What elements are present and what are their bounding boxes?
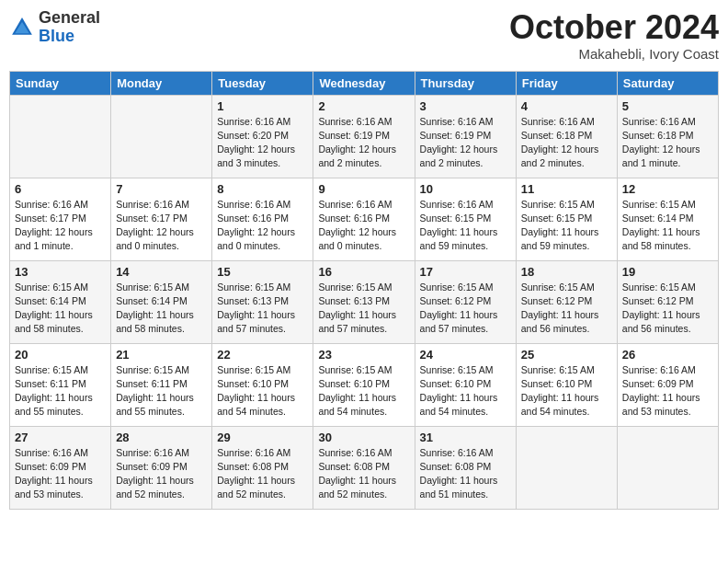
calendar-cell: 11Sunrise: 6:15 AMSunset: 6:15 PMDayligh… bbox=[516, 178, 617, 260]
day-info: Sunrise: 6:15 AMSunset: 6:10 PMDaylight:… bbox=[521, 363, 612, 419]
day-info-line: Sunset: 6:11 PM bbox=[116, 378, 188, 389]
day-info-line: Daylight: 11 hours bbox=[15, 392, 93, 403]
day-number: 1 bbox=[217, 99, 308, 113]
calendar-cell: 20Sunrise: 6:15 AMSunset: 6:11 PMDayligh… bbox=[10, 343, 111, 426]
day-info-line: Sunset: 6:16 PM bbox=[217, 213, 289, 224]
day-info: Sunrise: 6:15 AMSunset: 6:12 PMDaylight:… bbox=[521, 281, 612, 337]
calendar-cell: 21Sunrise: 6:15 AMSunset: 6:11 PMDayligh… bbox=[111, 343, 212, 426]
day-info-line: Sunset: 6:13 PM bbox=[318, 295, 390, 306]
day-number: 9 bbox=[318, 182, 409, 196]
day-number: 5 bbox=[622, 99, 713, 113]
day-info: Sunrise: 6:15 AMSunset: 6:10 PMDaylight:… bbox=[420, 363, 511, 419]
calendar-week-1: 1Sunrise: 6:16 AMSunset: 6:20 PMDaylight… bbox=[10, 95, 719, 178]
calendar-cell bbox=[10, 95, 111, 178]
day-info-line: Sunrise: 6:15 AM bbox=[217, 282, 290, 293]
day-info: Sunrise: 6:16 AMSunset: 6:20 PMDaylight:… bbox=[217, 115, 308, 171]
day-info-line: and 58 minutes. bbox=[622, 240, 691, 251]
day-info: Sunrise: 6:15 AMSunset: 6:15 PMDaylight:… bbox=[521, 198, 612, 254]
day-info-line: Daylight: 11 hours bbox=[116, 475, 194, 486]
day-info-line: Daylight: 12 hours bbox=[217, 144, 295, 155]
calendar-cell: 16Sunrise: 6:15 AMSunset: 6:13 PMDayligh… bbox=[313, 260, 415, 343]
day-info-line: Sunrise: 6:15 AM bbox=[318, 364, 392, 375]
day-info-line: Sunrise: 6:15 AM bbox=[15, 364, 88, 375]
day-info-line: and 0 minutes. bbox=[318, 240, 381, 251]
calendar-cell: 7Sunrise: 6:16 AMSunset: 6:17 PMDaylight… bbox=[111, 178, 212, 260]
day-info-line: Sunrise: 6:15 AM bbox=[521, 282, 595, 293]
day-info: Sunrise: 6:16 AMSunset: 6:18 PMDaylight:… bbox=[622, 115, 713, 171]
day-info-line: Sunrise: 6:15 AM bbox=[420, 282, 494, 293]
day-info-line: Sunrise: 6:16 AM bbox=[318, 116, 392, 127]
day-info-line: Sunset: 6:09 PM bbox=[622, 378, 694, 389]
day-info-line: Sunrise: 6:16 AM bbox=[318, 199, 392, 210]
day-info-line: Sunset: 6:12 PM bbox=[420, 295, 492, 306]
day-info-line: Sunset: 6:12 PM bbox=[622, 295, 694, 306]
day-info-line: Daylight: 12 hours bbox=[15, 226, 93, 237]
day-info: Sunrise: 6:15 AMSunset: 6:12 PMDaylight:… bbox=[622, 281, 713, 337]
calendar-cell: 31Sunrise: 6:16 AMSunset: 6:08 PMDayligh… bbox=[415, 426, 516, 509]
day-number: 7 bbox=[116, 182, 207, 196]
day-number: 24 bbox=[420, 348, 511, 362]
day-info: Sunrise: 6:15 AMSunset: 6:14 PMDaylight:… bbox=[15, 281, 106, 337]
day-info-line: Sunrise: 6:16 AM bbox=[318, 447, 392, 458]
day-number: 16 bbox=[318, 265, 409, 279]
logo-blue-text: Blue bbox=[39, 27, 74, 45]
day-info-line: Daylight: 12 hours bbox=[420, 144, 498, 155]
day-info-line: and 59 minutes. bbox=[420, 240, 489, 251]
calendar-cell: 10Sunrise: 6:16 AMSunset: 6:15 PMDayligh… bbox=[415, 178, 516, 260]
title-block: October 2024 Makahebli, Ivory Coast bbox=[509, 9, 719, 62]
calendar-cell: 9Sunrise: 6:16 AMSunset: 6:16 PMDaylight… bbox=[313, 178, 415, 260]
day-info-line: Daylight: 11 hours bbox=[622, 309, 700, 320]
day-info-line: Sunrise: 6:16 AM bbox=[420, 447, 494, 458]
day-info-line: and 54 minutes. bbox=[521, 406, 590, 417]
day-info-line: Daylight: 11 hours bbox=[420, 309, 498, 320]
calendar-cell: 12Sunrise: 6:15 AMSunset: 6:14 PMDayligh… bbox=[617, 178, 718, 260]
day-info: Sunrise: 6:16 AMSunset: 6:15 PMDaylight:… bbox=[420, 198, 511, 254]
day-info-line: Daylight: 11 hours bbox=[521, 226, 599, 237]
header-monday: Monday bbox=[111, 71, 212, 95]
day-info: Sunrise: 6:16 AMSunset: 6:19 PMDaylight:… bbox=[318, 115, 409, 171]
day-info-line: and 54 minutes. bbox=[420, 406, 489, 417]
day-info-line: Daylight: 11 hours bbox=[318, 475, 396, 486]
day-info-line: Sunset: 6:10 PM bbox=[420, 378, 492, 389]
day-info-line: Sunrise: 6:16 AM bbox=[116, 199, 189, 210]
calendar-week-4: 20Sunrise: 6:15 AMSunset: 6:11 PMDayligh… bbox=[10, 343, 719, 426]
day-info: Sunrise: 6:15 AMSunset: 6:11 PMDaylight:… bbox=[15, 363, 106, 419]
day-info-line: Daylight: 12 hours bbox=[116, 226, 194, 237]
header-friday: Friday bbox=[516, 71, 617, 95]
calendar-cell: 29Sunrise: 6:16 AMSunset: 6:08 PMDayligh… bbox=[212, 426, 313, 509]
location: Makahebli, Ivory Coast bbox=[509, 46, 719, 62]
day-info: Sunrise: 6:15 AMSunset: 6:11 PMDaylight:… bbox=[116, 363, 207, 419]
day-number: 12 bbox=[622, 182, 713, 196]
calendar-cell: 23Sunrise: 6:15 AMSunset: 6:10 PMDayligh… bbox=[313, 343, 415, 426]
day-number: 18 bbox=[521, 265, 612, 279]
day-info-line: Sunset: 6:14 PM bbox=[15, 295, 86, 306]
day-number: 17 bbox=[420, 265, 511, 279]
day-info-line: Sunset: 6:14 PM bbox=[622, 213, 694, 224]
day-info-line: Daylight: 12 hours bbox=[521, 144, 599, 155]
day-info-line: and 54 minutes. bbox=[318, 406, 387, 417]
day-info-line: and 2 minutes. bbox=[420, 157, 483, 168]
day-info: Sunrise: 6:16 AMSunset: 6:18 PMDaylight:… bbox=[521, 115, 612, 171]
day-info-line: Daylight: 11 hours bbox=[521, 309, 599, 320]
day-info-line: Sunrise: 6:15 AM bbox=[15, 282, 88, 293]
day-info: Sunrise: 6:15 AMSunset: 6:14 PMDaylight:… bbox=[622, 198, 713, 254]
day-info-line: Sunset: 6:08 PM bbox=[420, 461, 492, 472]
day-info-line: Sunrise: 6:16 AM bbox=[217, 447, 290, 458]
day-info-line: Daylight: 11 hours bbox=[521, 392, 599, 403]
day-number: 21 bbox=[116, 348, 207, 362]
day-number: 26 bbox=[622, 348, 713, 362]
calendar-cell: 18Sunrise: 6:15 AMSunset: 6:12 PMDayligh… bbox=[516, 260, 617, 343]
day-info-line: Sunset: 6:11 PM bbox=[15, 378, 86, 389]
day-info: Sunrise: 6:15 AMSunset: 6:13 PMDaylight:… bbox=[217, 281, 308, 337]
day-info-line: Daylight: 11 hours bbox=[217, 309, 295, 320]
day-info-line: Daylight: 12 hours bbox=[318, 226, 396, 237]
day-info-line: Sunset: 6:18 PM bbox=[622, 130, 694, 141]
day-number: 14 bbox=[116, 265, 207, 279]
day-info-line: Sunset: 6:09 PM bbox=[116, 461, 188, 472]
day-info: Sunrise: 6:16 AMSunset: 6:17 PMDaylight:… bbox=[116, 198, 207, 254]
day-info-line: Sunrise: 6:15 AM bbox=[521, 364, 595, 375]
day-info-line: Sunset: 6:08 PM bbox=[318, 461, 390, 472]
day-info: Sunrise: 6:16 AMSunset: 6:09 PMDaylight:… bbox=[622, 363, 713, 419]
day-info-line: and 2 minutes. bbox=[521, 157, 585, 168]
day-info-line: Sunset: 6:08 PM bbox=[217, 461, 289, 472]
